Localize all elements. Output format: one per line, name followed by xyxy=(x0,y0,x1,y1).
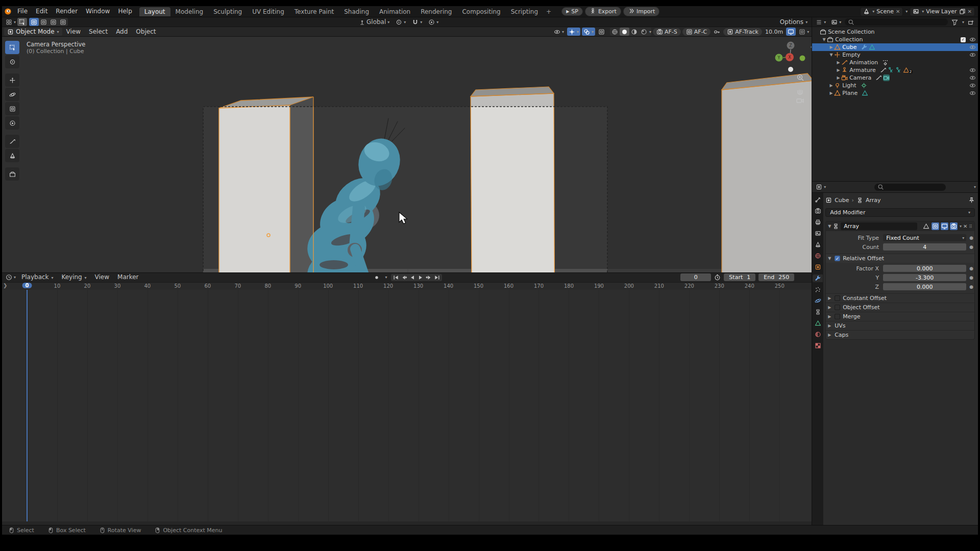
menu-render[interactable]: Render xyxy=(52,8,82,15)
visibility-dropdown[interactable]: ▾ xyxy=(552,28,566,36)
pin-icon[interactable] xyxy=(968,197,975,204)
properties-tab-texture[interactable] xyxy=(813,342,823,349)
workspace-tab-compositing[interactable]: Compositing xyxy=(457,7,505,16)
properties-tab-object[interactable] xyxy=(813,263,823,271)
show-gizmo-toggle[interactable]: ▾ xyxy=(567,28,580,36)
factor-z-field[interactable]: 0.000 xyxy=(883,283,966,290)
animate-dot-icon[interactable]: ● xyxy=(969,275,973,280)
options-dropdown[interactable]: Options▾ xyxy=(780,18,807,26)
n-panel-arrow-icon[interactable]: ‹ xyxy=(811,43,812,51)
section-checkbox[interactable] xyxy=(835,314,840,319)
gizmo-axis-dot[interactable] xyxy=(800,56,805,61)
new-collection-icon[interactable] xyxy=(966,18,976,26)
tool-cursor[interactable] xyxy=(5,55,19,68)
view-layer-selector[interactable]: ▾ View Layer ✕ xyxy=(910,7,975,16)
select-mode-extend[interactable] xyxy=(39,18,48,26)
outliner-item-collection[interactable]: ▼ Collection ✓ xyxy=(812,36,978,43)
properties-tab-data[interactable] xyxy=(813,319,823,327)
focus-distance-value[interactable]: 10.0m xyxy=(764,29,785,35)
play-reverse-button[interactable] xyxy=(408,274,416,281)
collection-checkbox[interactable]: ✓ xyxy=(961,37,966,42)
af-track-button[interactable]: AF-Track xyxy=(723,28,762,36)
workspace-tab-modeling[interactable]: Modeling xyxy=(170,7,209,16)
tool-rotate[interactable] xyxy=(5,88,19,101)
outliner-item-cube[interactable]: ▶ Cube xyxy=(812,43,978,51)
outliner-item-scene-collection[interactable]: Scene Collection xyxy=(812,28,978,36)
expander-icon[interactable]: ▼ xyxy=(821,37,827,42)
previous-keyframe-button[interactable] xyxy=(400,274,408,281)
workspace-tab-rendering[interactable]: Rendering xyxy=(415,7,457,16)
menu-help[interactable]: Help xyxy=(114,8,136,15)
show-overlays-toggle[interactable]: ▾ xyxy=(582,28,595,36)
shading-solid[interactable] xyxy=(620,28,629,36)
select-mode-invert[interactable] xyxy=(58,18,68,26)
current-frame-field[interactable]: 0 xyxy=(680,273,711,281)
auto-key-dropdown-button[interactable]: ▾ xyxy=(382,274,390,281)
properties-tab-tool[interactable] xyxy=(813,196,823,204)
properties-tab-scene[interactable] xyxy=(813,241,823,248)
outliner-item-animation[interactable]: ▶ Animation xyxy=(812,59,978,66)
animate-dot-icon[interactable]: ● xyxy=(969,235,973,240)
section-uvs[interactable]: ▶ UVs xyxy=(826,321,974,330)
scene-browse-icon[interactable]: ▾ xyxy=(905,9,908,14)
factor-y-field[interactable]: -3.300 xyxy=(883,274,966,281)
outliner-search-input[interactable] xyxy=(845,18,948,26)
properties-options-icon[interactable]: ▾ xyxy=(974,185,976,189)
expander-icon[interactable]: ▶ xyxy=(836,60,841,65)
outliner-item-camera[interactable]: ▶ Camera xyxy=(812,74,978,82)
3d-viewport[interactable]: Z Y X ‹ xyxy=(2,37,812,272)
render-display-toggle[interactable] xyxy=(950,222,958,230)
properties-tab-constraints[interactable] xyxy=(813,308,823,316)
add-modifier-button[interactable]: Add Modifier▾ xyxy=(825,208,975,217)
expander-icon[interactable]: ▶ xyxy=(836,76,841,80)
realtime-display-toggle[interactable] xyxy=(932,222,939,230)
hide-eye-icon[interactable] xyxy=(969,52,976,58)
timeline-menu-keying[interactable]: Keying ▾ xyxy=(57,272,90,283)
shading-material[interactable] xyxy=(629,28,639,36)
workspace-tab-texture-paint[interactable]: Texture Paint xyxy=(289,7,339,16)
outliner-item-plane[interactable]: ▶ Plane xyxy=(812,89,978,97)
workspace-tab-layout[interactable]: Layout xyxy=(139,7,170,16)
properties-tab-viewlayer[interactable] xyxy=(813,230,823,237)
tool-measure[interactable] xyxy=(5,149,19,162)
array-cube-2[interactable] xyxy=(471,87,555,272)
delete-modifier-icon[interactable]: ✕ xyxy=(963,223,967,229)
playhead[interactable] xyxy=(27,290,28,525)
hide-eye-icon[interactable] xyxy=(969,67,976,73)
addon-button-sp[interactable]: ▶SP xyxy=(561,7,583,16)
auto-key-record-button[interactable] xyxy=(373,274,381,281)
tool-transform[interactable] xyxy=(5,116,19,130)
jump-to-end-button[interactable] xyxy=(433,274,441,281)
tool-scale[interactable] xyxy=(5,102,19,115)
remove-view-layer-icon[interactable]: ✕ xyxy=(968,9,972,14)
section-caps[interactable]: ▶ Caps xyxy=(826,330,974,339)
next-keyframe-button[interactable] xyxy=(425,274,433,281)
outliner-display-mode-icon[interactable]: ▾ xyxy=(814,18,827,26)
blender-logo-icon[interactable] xyxy=(2,8,13,15)
properties-tab-render[interactable] xyxy=(813,207,823,215)
tool-add-cube[interactable] xyxy=(5,167,19,181)
workspace-tab-animation[interactable]: Animation xyxy=(374,7,415,16)
section-merge[interactable]: ▶ Merge xyxy=(826,312,974,321)
collapse-icon[interactable]: ▼ xyxy=(828,224,831,229)
af-s-button[interactable]: AF-S xyxy=(653,28,681,36)
properties-tab-material[interactable] xyxy=(813,331,823,338)
jump-to-start-button[interactable] xyxy=(392,274,400,281)
menu-file[interactable]: File xyxy=(13,8,32,15)
tool-select-box[interactable] xyxy=(5,41,19,54)
properties-tab-modifiers[interactable] xyxy=(813,274,823,282)
section-checkbox[interactable] xyxy=(835,295,840,301)
fit-type-dropdown[interactable]: Fixed Count▾ xyxy=(883,234,966,241)
drag-handle-icon[interactable]: ⠿ xyxy=(969,224,972,229)
modifier-name-field[interactable]: Array xyxy=(841,222,917,230)
animate-dot-icon[interactable]: ● xyxy=(969,284,973,289)
end-frame-field[interactable]: End250 xyxy=(758,273,794,281)
editor-type-icon[interactable]: ▾ xyxy=(4,18,17,26)
expander-icon[interactable]: ▶ xyxy=(836,68,841,72)
extra-dropdown[interactable]: ▾ xyxy=(797,28,811,36)
properties-editor-type-icon[interactable]: ▾ xyxy=(814,183,827,191)
shading-rendered[interactable] xyxy=(639,28,649,36)
properties-tab-output[interactable] xyxy=(813,218,823,226)
outliner-item-armature[interactable]: ▶ Armature 2 xyxy=(812,66,978,74)
tool-move[interactable] xyxy=(5,73,19,87)
